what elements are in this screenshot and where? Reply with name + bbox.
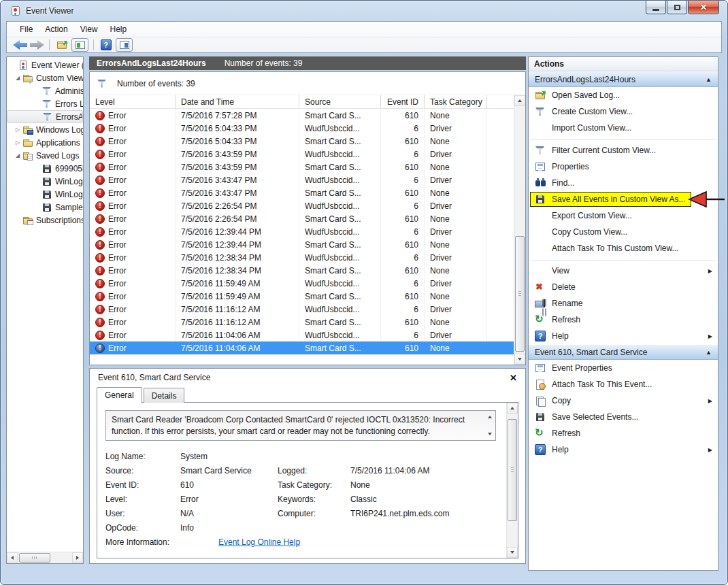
column-header-source[interactable]: Source xyxy=(299,95,381,108)
event-row[interactable]: Error7/5/2016 2:26:54 PMWudfUsbccid...6D… xyxy=(90,199,514,212)
tree-item-6999058a[interactable]: 6999058A xyxy=(7,162,83,175)
actions-section-header[interactable]: Event 610, Smart Card Service▲ xyxy=(529,344,718,360)
event-row[interactable]: Error7/5/2016 7:57:28 PMSmart Card S...6… xyxy=(90,109,514,122)
tree-item-saved-logs[interactable]: ◢Saved Logs xyxy=(7,149,83,162)
action-refresh[interactable]: Refresh xyxy=(529,425,718,441)
event-row[interactable]: Error7/5/2016 5:04:33 PMSmart Card S...6… xyxy=(90,135,514,148)
action-view[interactable]: View▶ xyxy=(529,263,718,279)
event-row[interactable]: Error7/5/2016 11:59:49 AMSmart Card S...… xyxy=(90,290,514,303)
scroll-up-button[interactable] xyxy=(507,403,518,414)
tree-horizontal-scrollbar[interactable] xyxy=(7,552,83,563)
menu-file[interactable]: File xyxy=(14,22,39,36)
message-scroll-down-icon[interactable] xyxy=(488,433,492,435)
action-import-custom-view[interactable]: Import Custom View... xyxy=(529,120,718,136)
expand-twisty-icon[interactable]: ▷ xyxy=(13,127,22,133)
tree-item-applications[interactable]: ▷Applications xyxy=(7,136,83,149)
scroll-right-button[interactable] xyxy=(72,552,83,563)
tree-item-custom-view[interactable]: ◢Custom View xyxy=(7,71,83,84)
menu-view[interactable]: View xyxy=(74,22,104,36)
action-create-custom-view[interactable]: Create Custom View... xyxy=(529,103,718,120)
event-row[interactable]: Error7/5/2016 12:38:34 PMSmart Card S...… xyxy=(90,264,514,277)
scroll-thumb[interactable] xyxy=(515,236,525,352)
menu-action[interactable]: Action xyxy=(39,22,73,36)
scroll-down-button[interactable] xyxy=(514,354,525,365)
collapse-twisty-icon[interactable]: ◢ xyxy=(13,75,22,81)
close-button[interactable]: ✕ xyxy=(688,1,719,14)
collapse-section-icon[interactable]: ▲ xyxy=(706,349,712,356)
action-help[interactable]: Help▶ xyxy=(529,328,718,344)
event-row[interactable]: Error7/5/2016 12:38:34 PMWudfUsbccid...6… xyxy=(90,251,514,264)
action-properties[interactable]: Properties xyxy=(529,158,718,175)
open-saved-log-button[interactable] xyxy=(53,38,70,52)
tree-item-event-viewer-lo[interactable]: Event Viewer (Lo xyxy=(7,58,83,71)
tree-item-windows-log[interactable]: ▷Windows Log xyxy=(7,123,83,136)
expand-twisty-icon[interactable]: ▷ xyxy=(13,139,22,146)
action-attach-task-to-this-custom-view[interactable]: Attach Task To This Custom View... xyxy=(529,240,718,256)
scroll-up-button[interactable] xyxy=(514,95,525,106)
actions-section-header[interactable]: ErrorsAndLogsLast24Hours▲ xyxy=(529,71,718,87)
action-save-selected-events[interactable]: Save Selected Events... xyxy=(529,409,718,425)
action-copy-custom-view[interactable]: Copy Custom View... xyxy=(529,224,718,240)
event-row[interactable]: Error7/5/2016 11:59:49 AMWudfUsbccid...6… xyxy=(90,277,514,290)
action-rename[interactable]: Rename xyxy=(529,295,718,312)
action-find[interactable]: Find... xyxy=(529,175,718,191)
event-row[interactable]: Error7/5/2016 12:39:44 PMSmart Card S...… xyxy=(90,238,514,251)
event-row[interactable]: Error7/5/2016 3:43:47 PMWudfUsbccid...6D… xyxy=(90,173,514,186)
tab-general[interactable]: General xyxy=(97,387,142,403)
event-row[interactable]: Error7/5/2016 11:04:06 AMWudfUsbccid...6… xyxy=(90,329,514,341)
restore-button[interactable] xyxy=(667,1,687,14)
column-header-event-id[interactable]: Event ID xyxy=(381,95,425,108)
action-attach-task-to-this-event[interactable]: Attach Task To This Event... xyxy=(529,376,718,392)
event-row[interactable]: Error7/5/2016 3:43:47 PMSmart Card S...6… xyxy=(90,186,514,199)
column-header-date-and-time[interactable]: Date and Time xyxy=(176,95,299,108)
tree-item-errorsandl[interactable]: ErrorsAndL xyxy=(7,110,83,123)
action-pane-toggle-button[interactable] xyxy=(116,38,133,52)
event-row[interactable]: Error7/5/2016 11:16:12 AMWudfUsbccid...6… xyxy=(90,303,514,316)
collapse-twisty-icon[interactable]: ◢ xyxy=(13,152,22,158)
column-header-level[interactable]: Level xyxy=(90,95,176,108)
action-help[interactable]: Help▶ xyxy=(529,441,718,458)
action-refresh[interactable]: Refresh xyxy=(529,312,718,328)
collapse-section-icon[interactable]: ▲ xyxy=(706,76,712,83)
minimize-button[interactable] xyxy=(646,1,666,14)
event-row[interactable]: Error7/5/2016 2:26:54 PMSmart Card S...6… xyxy=(90,212,514,225)
help-icon xyxy=(101,39,112,50)
console-tree-toggle-button[interactable] xyxy=(71,38,88,52)
tab-details[interactable]: Details xyxy=(144,388,185,403)
action-event-properties[interactable]: Event Properties xyxy=(529,360,718,376)
tree-item-winlogsa[interactable]: WinLogsA xyxy=(7,175,83,188)
action-save-all-events-in-custom-view-as[interactable]: Save All Events in Custom View As... xyxy=(529,191,718,207)
message-scroll-up-icon[interactable] xyxy=(488,416,492,418)
back-button[interactable] xyxy=(12,38,29,52)
cell-source: WudfUsbccid... xyxy=(299,303,381,316)
close-detail-icon[interactable]: ✕ xyxy=(510,373,517,383)
event-row[interactable]: Error7/5/2016 11:04:06 AMSmart Card S...… xyxy=(90,341,514,354)
scroll-down-button[interactable] xyxy=(507,547,518,558)
event-row[interactable]: Error7/5/2016 12:39:44 PMWudfUsbccid...6… xyxy=(90,225,514,238)
scroll-thumb[interactable] xyxy=(508,419,517,521)
event-row[interactable]: Error7/5/2016 5:04:33 PMWudfUsbccid...6D… xyxy=(90,122,514,135)
cell-task-category: Driver xyxy=(425,277,487,290)
event-row[interactable]: Error7/5/2016 3:43:59 PMWudfUsbccid...6D… xyxy=(90,148,514,161)
action-filter-current-custom-view[interactable]: Filter Current Custom View... xyxy=(529,142,718,158)
tree-item-administrat[interactable]: Administrat xyxy=(7,84,83,97)
action-open-saved-log[interactable]: Open Saved Log... xyxy=(529,87,718,103)
column-header-task-category[interactable]: Task Category xyxy=(425,95,487,108)
tree-item-sampleer[interactable]: SampleEr xyxy=(7,201,83,214)
event-row[interactable]: Error7/5/2016 11:16:12 AMSmart Card S...… xyxy=(90,316,514,329)
event-row[interactable]: Error7/5/2016 3:43:59 PMSmart Card S...6… xyxy=(90,161,514,173)
action-copy[interactable]: Copy▶ xyxy=(529,392,718,409)
menu-help[interactable]: Help xyxy=(104,22,133,36)
action-export-custom-view[interactable]: Export Custom View... xyxy=(529,207,718,224)
tree-item-errors-last[interactable]: Errors Last xyxy=(7,97,83,110)
tree-item-winlogss[interactable]: WinLogsS xyxy=(7,188,83,201)
forward-button[interactable] xyxy=(29,38,46,52)
tree-item-subscriptions[interactable]: Subscriptions xyxy=(7,214,83,227)
scroll-left-button[interactable] xyxy=(7,552,18,563)
event-log-online-help-link[interactable]: Event Log Online Help xyxy=(218,537,300,547)
action-delete[interactable]: Delete xyxy=(529,279,718,295)
events-vertical-scrollbar[interactable] xyxy=(514,95,525,365)
detail-vertical-scrollbar[interactable] xyxy=(506,403,518,558)
scroll-thumb[interactable] xyxy=(19,553,50,563)
help-button[interactable] xyxy=(97,38,114,52)
